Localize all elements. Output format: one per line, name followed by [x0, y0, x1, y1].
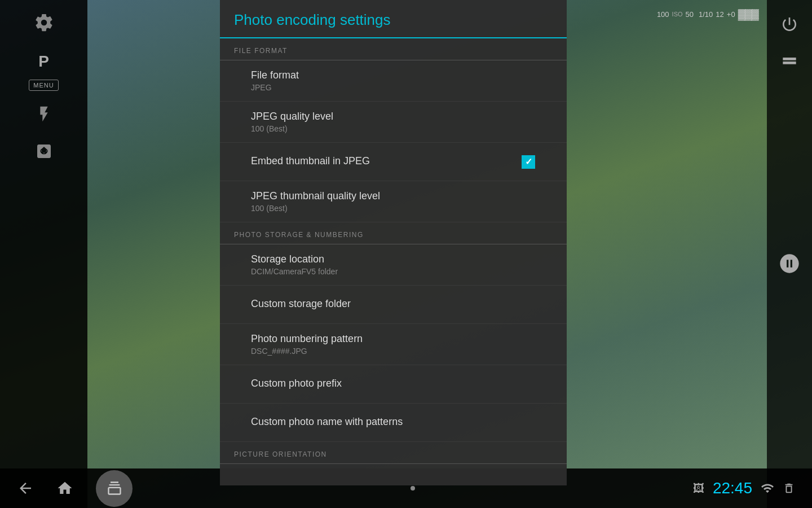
bottom-right-area: 🖼 22:45 [693, 479, 795, 497]
custom-name-patterns-label: Custom photo name with patterns [251, 416, 536, 428]
ev-suffix: +0 [727, 10, 735, 19]
numbering-pattern-item[interactable]: Photo numbering pattern DSC_####.JPG [220, 324, 567, 365]
embed-thumbnail-content: Embed thumbnail in JPEG [251, 155, 521, 169]
panel-header: Photo encoding settings [220, 0, 567, 38]
nav-dot [411, 486, 415, 491]
panel-title: Photo encoding settings [234, 11, 553, 29]
file-format-label: File format [251, 69, 536, 81]
custom-storage-content: Custom storage folder [251, 298, 536, 312]
thumbnail-quality-content: JPEG thumbnail quality level 100 (Best) [251, 190, 536, 213]
file-format-section-header: FILE FORMAT [220, 38, 567, 60]
iso2-value: 50 [686, 10, 694, 19]
custom-prefix-item[interactable]: Custom photo prefix [220, 365, 567, 404]
right-sidebar [767, 0, 812, 508]
custom-storage-item[interactable]: Custom storage folder [220, 286, 567, 324]
play-icon[interactable] [30, 137, 58, 165]
jpeg-quality-item[interactable]: JPEG quality level 100 (Best) [220, 102, 567, 143]
menu-button[interactable]: MENU [29, 80, 58, 91]
status-icons: 100 ISO 50 1/10 12 +0 ▓▓▓ [657, 8, 758, 20]
back-button[interactable] [17, 480, 34, 497]
trash-icon[interactable] [783, 482, 795, 494]
ev-value: 12 [716, 10, 723, 19]
checkbox-checked-icon [522, 155, 535, 169]
file-format-value: JPEG [251, 83, 536, 92]
p-mode-label[interactable]: P [38, 52, 49, 71]
aperture-icon[interactable] [775, 249, 804, 278]
flash-icon[interactable] [30, 100, 58, 128]
numbering-pattern-content: Photo numbering pattern DSC_####.JPG [251, 333, 536, 356]
wifi-icon [761, 481, 774, 495]
custom-name-patterns-item[interactable]: Custom photo name with patterns [220, 404, 567, 442]
iso-label: ISO [672, 11, 683, 17]
embed-thumbnail-label: Embed thumbnail in JPEG [251, 155, 521, 167]
custom-storage-label: Custom storage folder [251, 298, 536, 310]
storage-location-item[interactable]: Storage location DCIM/CameraFV5 folder [220, 244, 567, 286]
embed-thumbnail-checkbox[interactable] [521, 155, 536, 169]
file-format-item[interactable]: File format JPEG [220, 60, 567, 102]
recents-button[interactable] [96, 470, 133, 507]
jpeg-quality-content: JPEG quality level 100 (Best) [251, 111, 536, 133]
custom-prefix-label: Custom photo prefix [251, 378, 536, 389]
file-format-content: File format JPEG [251, 69, 536, 92]
embed-thumbnail-item[interactable]: Embed thumbnail in JPEG [220, 143, 567, 181]
settings-panel: Photo encoding settings FILE FORMAT File… [220, 0, 567, 485]
numbering-pattern-label: Photo numbering pattern [251, 333, 536, 345]
numbering-pattern-value: DSC_####.JPG [251, 347, 536, 356]
picture-orientation-section-header: PICTURE ORIENTATION [220, 442, 567, 464]
jpeg-quality-value: 100 (Best) [251, 124, 536, 133]
file-format-title: FILE FORMAT [234, 47, 288, 55]
exposure-value: 1/10 [699, 10, 713, 19]
iso-value: 100 [657, 10, 669, 19]
time-display: 22:45 [713, 479, 752, 497]
battery-icon: ▓▓▓ [738, 8, 758, 20]
thumbnail-quality-label: JPEG thumbnail quality level [251, 190, 536, 202]
gallery-icon[interactable]: 🖼 [693, 482, 704, 495]
storage-location-value: DCIM/CameraFV5 folder [251, 267, 536, 276]
storage-icon[interactable] [775, 47, 804, 76]
left-sidebar: P MENU [0, 0, 87, 508]
picture-orientation-title: PICTURE ORIENTATION [234, 450, 327, 458]
custom-name-patterns-content: Custom photo name with patterns [251, 416, 536, 430]
jpeg-quality-label: JPEG quality level [251, 111, 536, 122]
thumbnail-quality-value: 100 (Best) [251, 204, 536, 213]
photo-storage-section-header: PHOTO STORAGE & NUMBERING [220, 222, 567, 244]
storage-location-content: Storage location DCIM/CameraFV5 folder [251, 253, 536, 276]
gear-icon[interactable] [30, 8, 58, 37]
thumbnail-quality-item[interactable]: JPEG thumbnail quality level 100 (Best) [220, 181, 567, 222]
photo-storage-title: PHOTO STORAGE & NUMBERING [234, 231, 364, 239]
custom-prefix-content: Custom photo prefix [251, 378, 536, 391]
power-icon[interactable] [775, 10, 804, 38]
home-button[interactable] [56, 480, 73, 497]
storage-location-label: Storage location [251, 253, 536, 265]
